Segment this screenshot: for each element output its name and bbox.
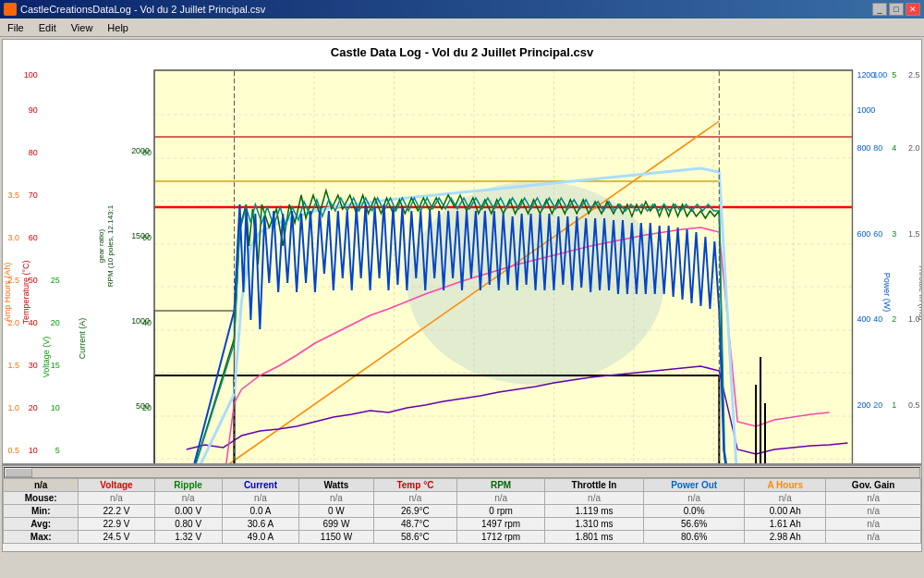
mouse-temp: n/a (373, 492, 457, 505)
min-label: Min: (4, 505, 79, 518)
min-watts: 0 W (299, 505, 373, 518)
max-temp: 58.6°C (373, 531, 457, 544)
min-rpm: 0 rpm (457, 505, 545, 518)
svg-text:20: 20 (29, 403, 38, 412)
maximize-button[interactable]: □ (889, 3, 904, 16)
svg-text:Current (A): Current (A) (78, 318, 87, 359)
max-voltage: 24.5 V (79, 531, 154, 544)
menu-bar: File Edit View Help (0, 18, 924, 37)
svg-text:80: 80 (29, 148, 38, 157)
max-label: Max: (4, 531, 79, 544)
max-rpm: 1712 rpm (457, 531, 545, 544)
svg-text:25: 25 (51, 276, 60, 285)
svg-text:500: 500 (136, 401, 150, 411)
header-throttle: Throttle In (544, 479, 643, 492)
svg-text:2000: 2000 (131, 146, 150, 155)
svg-text:800: 800 (857, 143, 870, 153)
avg-current: 30.6 A (222, 518, 298, 531)
svg-text:5: 5 (892, 70, 896, 80)
close-button[interactable]: ✕ (906, 3, 920, 16)
avg-powerout: 56.6% (644, 518, 745, 531)
header-ripple: Ripple (154, 479, 222, 492)
svg-text:Throttle In (ms): Throttle In (ms) (918, 264, 921, 321)
min-ahours: 0.00 Ah (745, 505, 826, 518)
menu-help[interactable]: Help (103, 20, 132, 35)
svg-text:Amp Hours (Ah): Amp Hours (Ah) (3, 263, 12, 322)
header-powerout: Power Out (644, 479, 745, 492)
menu-view[interactable]: View (67, 20, 97, 35)
row-min: Min: 22.2 V 0.00 V 0.0 A 0 W 26.9°C 0 rp… (4, 505, 921, 518)
menu-edit[interactable]: Edit (35, 20, 60, 35)
svg-text:20: 20 (51, 318, 60, 327)
scrollbar[interactable] (3, 465, 921, 478)
svg-text:4: 4 (892, 143, 896, 153)
chart-svg[interactable]: 0.0 0.5 1.0 1.5 2.0 2.5 3.0 3.5 Amp Hour… (3, 61, 921, 514)
svg-text:10: 10 (51, 403, 60, 412)
menu-file[interactable]: File (4, 20, 28, 35)
svg-text:40: 40 (873, 314, 882, 324)
svg-text:0.5: 0.5 (908, 400, 919, 410)
svg-text:Power (W): Power (W) (882, 273, 892, 312)
svg-text:15: 15 (51, 361, 60, 370)
min-voltage: 22.2 V (79, 505, 154, 518)
min-temp: 26.9°C (373, 505, 457, 518)
svg-text:10: 10 (29, 446, 38, 455)
svg-text:400: 400 (857, 314, 870, 324)
max-watts: 1150 W (299, 531, 373, 544)
svg-text:Temperature (°C): Temperature (°C) (21, 260, 30, 324)
svg-text:Voltage (V): Voltage (V) (42, 337, 51, 378)
min-govgain: n/a (826, 505, 921, 518)
svg-text:RPM (10 poles, 12.143:1: RPM (10 poles, 12.143:1 (106, 204, 115, 287)
svg-text:30: 30 (29, 361, 38, 370)
mouse-powerout: n/a (644, 492, 745, 505)
window-controls[interactable]: _ □ ✕ (872, 3, 920, 16)
svg-text:5: 5 (55, 446, 60, 455)
header-voltage: Voltage (79, 479, 154, 492)
max-ahours: 2.98 Ah (745, 531, 826, 544)
min-powerout: 0.0% (644, 505, 745, 518)
header-current: Current (222, 479, 298, 492)
max-powerout: 80.6% (644, 531, 745, 544)
max-current: 49.0 A (222, 531, 298, 544)
avg-govgain: n/a (826, 518, 921, 531)
minimize-button[interactable]: _ (872, 3, 887, 16)
svg-text:1000: 1000 (857, 105, 875, 115)
row-avg: Avg: 22.9 V 0.80 V 30.6 A 699 W 48.7°C 1… (4, 518, 921, 531)
header-ahours: A Hours (745, 479, 826, 492)
avg-ahours: 1.61 Ah (745, 518, 826, 531)
header-na: n/a (4, 479, 79, 492)
chart-title: Castle Data Log - Vol du 2 Juillet Princ… (3, 40, 921, 61)
svg-text:1.0: 1.0 (7, 403, 18, 412)
header-watts: Watts (299, 479, 373, 492)
avg-rpm: 1497 rpm (457, 518, 545, 531)
mouse-ahours: n/a (745, 492, 826, 505)
mouse-rpm: n/a (457, 492, 545, 505)
avg-ripple: 0.80 V (154, 518, 222, 531)
mouse-throttle: n/a (544, 492, 643, 505)
main-content: Castle Data Log - Vol du 2 Juillet Princ… (2, 39, 922, 552)
avg-temp: 48.7°C (373, 518, 457, 531)
svg-text:90: 90 (29, 105, 38, 115)
mouse-voltage: n/a (79, 492, 154, 505)
mouse-current: n/a (222, 492, 298, 505)
svg-text:100: 100 (24, 70, 38, 80)
avg-watts: 699 W (299, 518, 373, 531)
min-ripple: 0.00 V (154, 505, 222, 518)
svg-text:2.0: 2.0 (908, 143, 919, 153)
svg-text:1000: 1000 (131, 316, 150, 326)
max-govgain: n/a (826, 531, 921, 544)
svg-text:0.5: 0.5 (7, 446, 18, 455)
svg-text:60: 60 (29, 233, 38, 242)
header-temp: Temp °C (373, 479, 457, 492)
min-throttle: 1.119 ms (544, 505, 643, 518)
data-table-area: n/a Voltage Ripple Current Watts Temp °C… (3, 463, 921, 551)
svg-text:1.5: 1.5 (908, 229, 919, 239)
svg-text:2.5: 2.5 (908, 70, 919, 80)
avg-voltage: 22.9 V (79, 518, 154, 531)
chart-wrapper: 0.0 0.5 1.0 1.5 2.0 2.5 3.0 3.5 Amp Hour… (3, 61, 921, 514)
app-icon (4, 3, 17, 16)
mouse-label: Mouse: (4, 492, 79, 505)
svg-text:200: 200 (857, 400, 870, 410)
svg-text:3: 3 (892, 229, 896, 239)
svg-text:gear ratio): gear ratio) (97, 228, 105, 263)
